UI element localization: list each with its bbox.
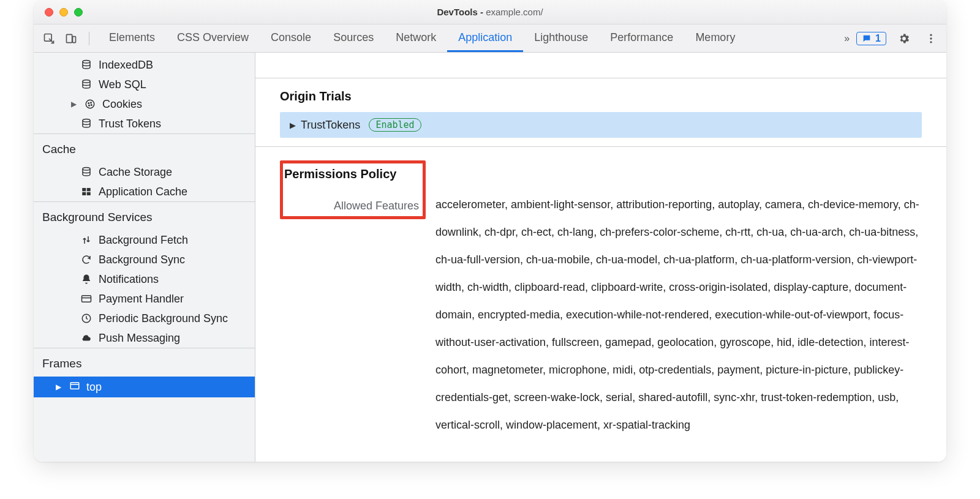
permissions-policy-title: Permissions Policy <box>284 167 396 181</box>
origin-trials-title: Origin Trials <box>280 89 922 103</box>
sidebar-group-background: Background Services <box>34 201 255 230</box>
svg-point-4 <box>930 37 932 39</box>
tab-memory[interactable]: Memory <box>684 24 746 52</box>
sidebar-item-label: Push Messaging <box>99 332 180 345</box>
sidebar-item-label: Notifications <box>99 273 159 286</box>
more-tabs-icon[interactable]: » <box>844 33 848 44</box>
issues-badge[interactable]: 1 <box>856 32 886 45</box>
sidebar-item-application-cache[interactable]: Application Cache <box>34 182 255 201</box>
sidebar-item-label: Background Fetch <box>99 234 188 247</box>
svg-point-5 <box>930 41 932 43</box>
svg-point-13 <box>83 119 90 122</box>
database-icon <box>80 79 92 90</box>
window-title-sep: - <box>478 7 486 17</box>
clock-icon <box>80 313 92 324</box>
database-icon <box>80 167 92 178</box>
svg-point-10 <box>91 102 92 103</box>
close-window-button[interactable] <box>45 8 53 17</box>
toolbar-divider <box>89 32 89 45</box>
svg-point-14 <box>83 168 90 171</box>
permissions-policy-highlight: Permissions Policy Allowed Features <box>280 160 426 219</box>
tab-application[interactable]: Application <box>447 24 523 52</box>
sidebar-item-push-messaging[interactable]: Push Messaging <box>34 328 255 348</box>
tab-network[interactable]: Network <box>385 24 447 52</box>
sidebar-item-frame-top[interactable]: ▶ top <box>34 377 255 397</box>
origin-trial-name: TrustTokens <box>301 119 360 132</box>
sidebar-item-background-fetch[interactable]: Background Fetch <box>34 230 255 250</box>
svg-rect-19 <box>82 296 91 302</box>
sidebar-item-label: Cookies <box>102 98 142 111</box>
svg-point-3 <box>930 34 932 36</box>
svg-rect-17 <box>82 192 86 195</box>
svg-rect-2 <box>73 36 76 42</box>
sidebar-item-background-sync[interactable]: Background Sync <box>34 250 255 269</box>
minimize-window-button[interactable] <box>59 8 68 17</box>
inspect-element-icon[interactable] <box>40 29 58 48</box>
svg-point-8 <box>86 100 94 108</box>
tab-elements[interactable]: Elements <box>98 24 166 52</box>
sidebar-item-indexeddb[interactable]: IndexedDB <box>34 55 255 75</box>
frame-icon <box>69 380 80 394</box>
origin-trial-row[interactable]: ▶ TrustTokens Enabled <box>280 112 922 138</box>
sidebar-item-label: Background Sync <box>99 253 185 266</box>
credit-card-icon <box>80 293 92 304</box>
cookie-icon <box>84 99 96 110</box>
cloud-icon <box>80 332 92 343</box>
tab-console[interactable]: Console <box>260 24 322 52</box>
svg-rect-15 <box>82 188 86 191</box>
origin-trial-status-pill: Enabled <box>369 118 421 132</box>
device-toolbar-icon[interactable] <box>62 29 80 48</box>
sidebar-item-label: Payment Handler <box>99 293 184 306</box>
database-icon <box>80 59 92 70</box>
sidebar-item-notifications[interactable]: Notifications <box>34 269 255 289</box>
allowed-features-list: accelerometer, ambient-light-sensor, att… <box>435 160 922 439</box>
zoom-window-button[interactable] <box>74 8 83 17</box>
sidebar-group-cache: Cache <box>34 133 255 162</box>
sidebar-item-cookies[interactable]: ▶ Cookies <box>34 94 255 114</box>
permissions-policy-section: Permissions Policy Allowed Features acce… <box>255 147 946 439</box>
svg-point-11 <box>89 105 90 107</box>
svg-rect-21 <box>70 382 79 389</box>
database-icon <box>80 118 92 129</box>
tab-sources[interactable]: Sources <box>322 24 385 52</box>
sidebar-item-websql[interactable]: Web SQL <box>34 75 255 94</box>
svg-rect-18 <box>87 192 91 195</box>
titlebar: DevTools - example.com/ <box>34 0 946 24</box>
svg-point-12 <box>91 105 92 106</box>
sidebar-item-periodic-sync[interactable]: Periodic Background Sync <box>34 309 255 328</box>
window: DevTools - example.com/ Elements CSS Ove… <box>34 0 946 462</box>
svg-rect-1 <box>67 34 72 42</box>
tab-lighthouse[interactable]: Lighthouse <box>523 24 599 52</box>
tab-css-overview[interactable]: CSS Overview <box>166 24 260 52</box>
window-title: DevTools - example.com/ <box>437 7 543 17</box>
sidebar-item-payment-handler[interactable]: Payment Handler <box>34 289 255 309</box>
sidebar-item-label: Cache Storage <box>99 166 172 179</box>
sidebar-item-label: top <box>86 381 102 394</box>
svg-point-7 <box>83 80 90 83</box>
sync-icon <box>80 254 92 265</box>
allowed-features-label: Allowed Features <box>334 200 419 212</box>
main-header-blank <box>255 53 946 78</box>
sidebar-item-cache-storage[interactable]: Cache Storage <box>34 162 255 182</box>
updown-arrows-icon <box>80 234 92 246</box>
sidebar-item-trust-tokens[interactable]: Trust Tokens <box>34 114 255 133</box>
svg-point-9 <box>88 103 89 104</box>
window-title-app: DevTools <box>437 7 477 17</box>
tab-performance[interactable]: Performance <box>599 24 684 52</box>
issues-count: 1 <box>875 33 881 44</box>
toolbar-right: » 1 <box>844 29 940 48</box>
grid-icon <box>80 186 92 197</box>
window-title-host: example.com/ <box>486 7 543 17</box>
svg-rect-16 <box>87 188 91 191</box>
sidebar-item-label: Trust Tokens <box>99 118 161 130</box>
kebab-menu-icon[interactable] <box>922 29 940 48</box>
expand-arrow-icon: ▶ <box>69 100 78 108</box>
origin-trials-section: Origin Trials ▶ TrustTokens Enabled <box>255 78 946 146</box>
expand-arrow-icon: ▶ <box>290 121 296 130</box>
issues-icon <box>862 34 872 43</box>
expand-arrow-icon: ▶ <box>56 383 64 391</box>
svg-point-6 <box>83 61 90 64</box>
sidebar-item-label: Web SQL <box>99 78 146 91</box>
settings-icon[interactable] <box>895 29 913 48</box>
main-panel: Origin Trials ▶ TrustTokens Enabled Perm… <box>255 53 946 462</box>
